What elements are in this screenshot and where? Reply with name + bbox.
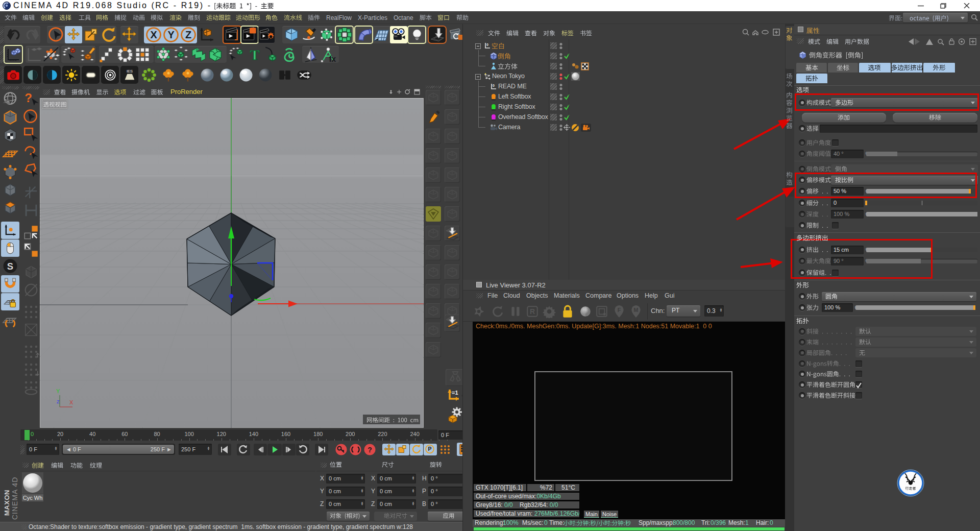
svg-text:Z: Z <box>57 399 60 404</box>
svg-text:=1: =1 <box>452 390 458 396</box>
svg-text:Y: Y <box>56 388 60 394</box>
svg-text:Z: Z <box>185 29 191 40</box>
svg-text:fx: fx <box>329 55 336 63</box>
svg-text:S: S <box>7 261 13 272</box>
svg-text:X: X <box>150 29 157 40</box>
svg-text:IES: IES <box>126 69 132 74</box>
svg-text:?: ? <box>368 446 372 454</box>
svg-text:P: P <box>428 446 431 452</box>
svg-text:R: R <box>530 307 535 316</box>
svg-text:X: X <box>69 399 74 405</box>
svg-text:F: F <box>618 307 621 313</box>
svg-text:T: T <box>250 47 260 63</box>
svg-text:?: ? <box>24 91 32 105</box>
svg-text:0: 0 <box>493 84 495 87</box>
svg-text:M: M <box>633 307 638 313</box>
svg-text:0: 0 <box>486 43 488 46</box>
svg-text:Y: Y <box>167 29 174 40</box>
